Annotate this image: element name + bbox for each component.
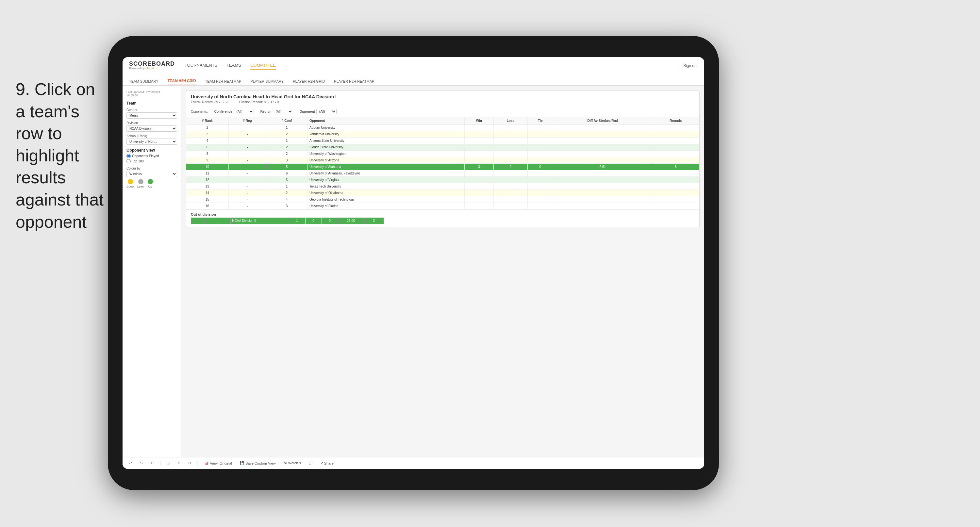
table-row[interactable]: 8-2University of Washington <box>186 151 699 157</box>
cell-win <box>465 183 493 190</box>
table-row[interactable]: 15-4Georgia Institute of Technology <box>186 196 699 203</box>
cell-loss <box>493 190 527 196</box>
cell-rounds <box>652 157 699 164</box>
tab-team-h2h-grid[interactable]: TEAM H2H GRID <box>168 79 196 85</box>
view-original-btn[interactable]: 📊 View: Original <box>202 460 234 466</box>
table-row[interactable]: 16-3University of Florida <box>186 203 699 209</box>
cell-loss <box>493 151 527 157</box>
redo-btn[interactable]: ↪ <box>138 460 145 466</box>
tab-player-h2h-heatmap[interactable]: PLAYER H2H HEATMAP <box>334 80 374 85</box>
cell-rounds <box>652 151 699 157</box>
navbar-right: | Sign out <box>678 64 698 68</box>
grid-btn[interactable]: ⊞ <box>165 460 172 466</box>
table-row[interactable]: 10-5University of Alabama3002.618 <box>186 164 699 170</box>
layout-btn[interactable]: ⬚ <box>307 460 314 466</box>
tab-player-summary[interactable]: PLAYER SUMMARY <box>250 80 284 85</box>
cell-reg: - <box>229 203 266 209</box>
col-conf: # Conf <box>266 117 307 124</box>
table-row[interactable]: 6-2Florida State University <box>186 144 699 151</box>
cell-tie <box>527 190 553 196</box>
colour-section: Colour by Win/loss Down Level <box>126 167 177 188</box>
tab-player-h2h-grid[interactable]: PLAYER H2H GRID <box>293 80 325 85</box>
opponents-label: Opponents: <box>191 110 208 113</box>
cell-opponent: University of Washington <box>307 151 465 157</box>
cell-diff <box>553 170 652 177</box>
cell-tie <box>527 131 553 137</box>
table-row[interactable]: 4-1Arizona State University <box>186 137 699 144</box>
cell-tie <box>527 177 553 183</box>
cell-tie <box>527 196 553 203</box>
cell-opponent: Vanderbilt University <box>307 131 465 137</box>
tab-team-summary[interactable]: TEAM SUMMARY <box>129 80 159 85</box>
conference-filter-select[interactable]: (All) <box>234 109 254 115</box>
cell-conf: 3 <box>266 203 307 209</box>
col-opponent: Opponent <box>307 117 465 124</box>
out-division-row[interactable]: NCAA Division II 1 0 0 26.00 3 <box>191 218 383 224</box>
out-div-label: NCAA Division II <box>230 218 289 224</box>
table-row[interactable]: 13-1Texas Tech University <box>186 183 699 190</box>
cell-tie <box>527 124 553 131</box>
cell-opponent: University of Arizona <box>307 157 465 164</box>
cell-rank: 4 <box>186 137 229 144</box>
colour-by-select[interactable]: Win/loss <box>126 171 177 177</box>
cell-reg: - <box>229 157 266 164</box>
share-btn[interactable]: ↗ Share <box>318 460 336 466</box>
cell-win: 3 <box>465 164 493 170</box>
cell-rank: 8 <box>186 151 229 157</box>
cell-win <box>465 177 493 183</box>
cell-diff <box>553 151 652 157</box>
cell-diff <box>553 196 652 203</box>
undo-btn[interactable]: ↩ <box>127 460 134 466</box>
back-btn[interactable]: ↩ <box>149 460 156 466</box>
cell-rounds <box>652 196 699 203</box>
gender-select[interactable]: Men's <box>126 112 177 119</box>
table-row[interactable]: 12-3University of Virginia <box>186 177 699 183</box>
out-div-diff: 26.00 <box>338 218 364 224</box>
options-btn[interactable]: ✦ <box>175 460 182 466</box>
nav-committee[interactable]: COMMITTEE <box>250 61 276 70</box>
team-section-title: Team <box>126 101 177 105</box>
cell-diff <box>553 177 652 183</box>
cell-opponent: University of Oklahoma <box>307 190 465 196</box>
subnav: TEAM SUMMARY TEAM H2H GRID TEAM H2H HEAT… <box>123 74 704 86</box>
table-row[interactable]: 14-2University of Oklahoma <box>186 190 699 196</box>
filter-opponent: Opponent (All) <box>300 109 337 115</box>
clock-btn[interactable]: ⊙ <box>186 460 193 466</box>
cell-win <box>465 157 493 164</box>
out-div-rounds: 3 <box>364 218 383 224</box>
col-rounds: Rounds <box>652 117 699 124</box>
radio-top100[interactable]: Top 100 <box>126 159 177 163</box>
legend-dot-level <box>138 179 143 184</box>
region-filter-select[interactable]: (All) <box>273 109 293 115</box>
bottom-toolbar: ↩ ↪ ↩ | ⊞ ✦ ⊙ | 📊 View: Original 💾 Save … <box>123 457 704 469</box>
cell-opponent: Auburn University <box>307 124 465 131</box>
grid-records: Overall Record: 89 - 17 - 0 Division Rec… <box>191 100 695 104</box>
cell-rank: 14 <box>186 190 229 196</box>
division-select[interactable]: NCAA Division I <box>126 126 177 132</box>
cell-rank: 10 <box>186 164 229 170</box>
table-header-row: # Rank # Reg # Conf Opponent Win Loss Ti… <box>186 117 699 124</box>
cell-win <box>465 144 493 151</box>
nav-teams[interactable]: TEAMS <box>226 61 241 70</box>
table-row[interactable]: 3-2Vanderbilt University <box>186 131 699 137</box>
table-row[interactable]: 11-6University of Arkansas, Fayetteville <box>186 170 699 177</box>
table-row[interactable]: 2-1Auburn University <box>186 124 699 131</box>
save-custom-btn[interactable]: 💾 Save Custom View <box>238 460 278 466</box>
sign-out-btn[interactable]: Sign out <box>683 64 698 68</box>
opponent-filter-select[interactable]: (All) <box>316 109 337 115</box>
legend-row: Down Level Up <box>126 179 177 188</box>
cell-rounds <box>652 177 699 183</box>
radio-opponents-played[interactable]: Opponents Played <box>126 154 177 158</box>
nav-tournaments[interactable]: TOURNAMENTS <box>185 61 217 70</box>
cell-rounds <box>652 144 699 151</box>
tab-team-h2h-heatmap[interactable]: TEAM H2H HEATMAP <box>205 80 241 85</box>
out-div-tie: 0 <box>321 218 338 224</box>
cell-win <box>465 151 493 157</box>
school-select[interactable]: University of Nort... <box>126 139 177 145</box>
cell-opponent: University of Arkansas, Fayetteville <box>307 170 465 177</box>
watch-btn[interactable]: 👁 Watch ▾ <box>282 460 303 466</box>
cell-conf: 2 <box>266 131 307 137</box>
table-row[interactable]: 9-3University of Arizona <box>186 157 699 164</box>
cell-rounds <box>652 183 699 190</box>
cell-win <box>465 196 493 203</box>
